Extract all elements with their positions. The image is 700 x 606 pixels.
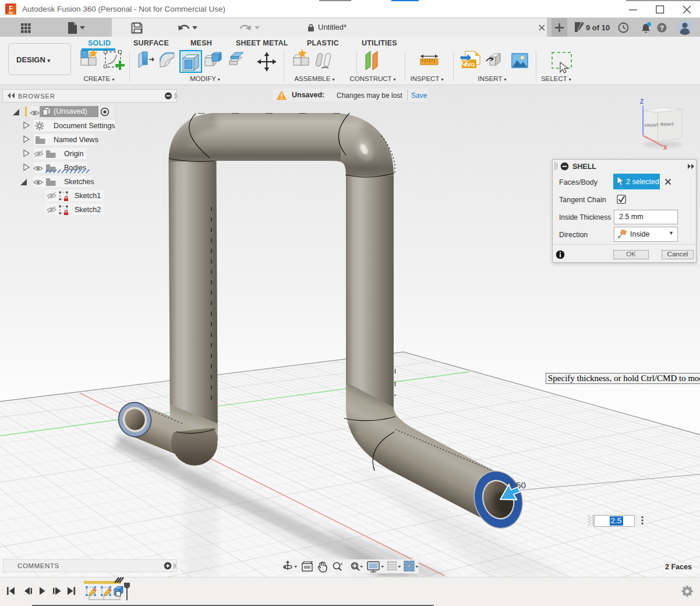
- svg-text:Z: Z: [640, 98, 644, 105]
- svg-text:F: F: [9, 5, 13, 12]
- svg-text:X: X: [663, 145, 667, 151]
- svg-text:±: ±: [340, 561, 343, 566]
- svg-text:RIGHT: RIGHT: [660, 122, 674, 127]
- svg-text:FRONT: FRONT: [645, 123, 659, 128]
- svg-text:?: ?: [660, 24, 664, 31]
- svg-text:360: 360: [9, 12, 13, 15]
